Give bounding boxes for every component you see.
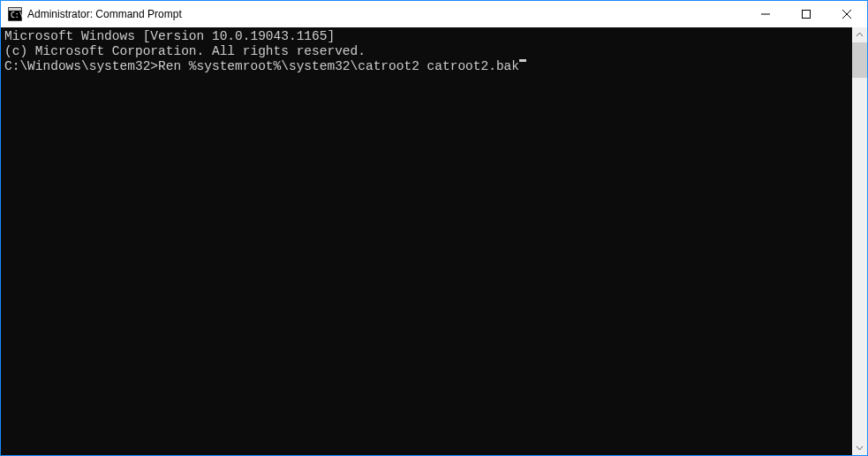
prompt-line: C:\Windows\system32>Ren %systemroot%\sys… xyxy=(4,59,849,74)
terminal-output[interactable]: Microsoft Windows [Version 10.0.19043.11… xyxy=(1,27,852,455)
scroll-down-button[interactable] xyxy=(852,440,867,455)
command-input[interactable]: Ren %systemroot%\system32\catroot2 catro… xyxy=(158,59,519,74)
output-line: (c) Microsoft Corporation. All rights re… xyxy=(4,44,849,59)
cmd-window: C:\ Administrator: Command Prompt xyxy=(0,0,868,456)
titlebar[interactable]: C:\ Administrator: Command Prompt xyxy=(1,1,867,27)
maximize-button[interactable] xyxy=(786,1,826,27)
minimize-icon xyxy=(761,10,770,19)
vertical-scrollbar[interactable] xyxy=(852,27,867,455)
scroll-up-button[interactable] xyxy=(852,27,867,42)
svg-text:C:\: C:\ xyxy=(11,11,22,19)
content-area: Microsoft Windows [Version 10.0.19043.11… xyxy=(1,27,867,455)
scroll-thumb[interactable] xyxy=(852,42,867,78)
chevron-up-icon xyxy=(856,31,864,39)
window-controls xyxy=(745,1,867,27)
close-icon xyxy=(842,10,851,19)
output-line: Microsoft Windows [Version 10.0.19043.11… xyxy=(4,29,849,44)
svg-rect-1 xyxy=(9,8,21,11)
scroll-track[interactable] xyxy=(852,42,867,440)
prompt-text: C:\Windows\system32> xyxy=(4,59,158,74)
cmd-icon: C:\ xyxy=(8,7,22,21)
text-cursor xyxy=(519,59,526,62)
window-title: Administrator: Command Prompt xyxy=(27,8,745,20)
close-button[interactable] xyxy=(826,1,867,27)
maximize-icon xyxy=(802,10,811,19)
svg-rect-4 xyxy=(803,11,811,19)
chevron-down-icon xyxy=(856,444,864,452)
minimize-button[interactable] xyxy=(745,1,786,27)
